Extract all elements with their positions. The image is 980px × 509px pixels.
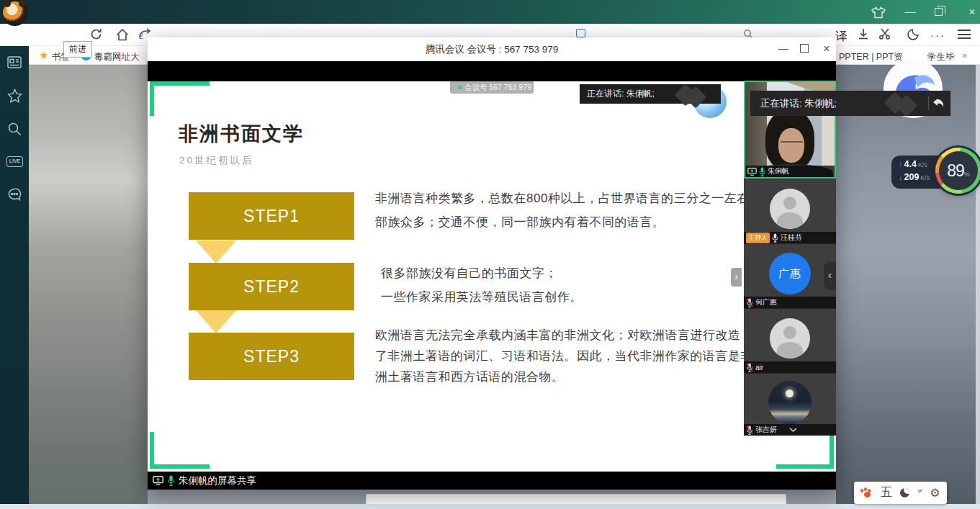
browser-skin-icon[interactable] [871,6,886,21]
browser-logo-leopard-icon[interactable] [1,0,28,26]
night-mode-moon-icon[interactable] [907,27,920,43]
participant-tile-zhang[interactable]: 张吉妍 [744,373,836,436]
ime-mode-label[interactable]: 五 [881,485,892,500]
share-banner-text: 朱俐帆的屏幕共享 [179,474,256,487]
participant-name: 张吉妍 [755,425,777,435]
participant-tile-air[interactable]: air [744,308,836,373]
browser-close-button[interactable]: × [965,6,979,20]
news-feed-icon[interactable] [7,56,22,71]
sogou-paw-icon[interactable] [860,487,873,498]
meeting-title: 腾讯会议 会议号 : 567 753 979 [148,37,836,61]
download-icon[interactable] [857,27,870,43]
ime-moon-icon[interactable] [900,488,909,497]
download-value: 209 [904,172,920,182]
ime-settings-gear-icon[interactable]: ⚙ [930,487,940,499]
upload-value: 4.4 [904,159,917,169]
recording-dot-icon [458,86,462,89]
browser-restore-button[interactable] [935,8,943,16]
addressbar-site-icon [576,29,585,37]
share-frame-bottom-left-h [150,464,210,469]
slide-paragraph3-line1: 欧洲语言无法完全承载内涵丰富的非洲文化；对欧洲语言进行改造，融入 [375,327,778,343]
slide-paragraph3-line3: 洲土著语言和西方话语的混合物。 [375,369,565,385]
search-icon[interactable] [7,122,22,136]
roster-collapse-handle[interactable]: ‹ [824,261,836,290]
mic-muted-icon [746,363,753,372]
main-menu-icon[interactable] [958,30,971,39]
mic-muted-icon [746,425,753,435]
meeting-id-text: 会议号 567 753 979 [464,83,531,93]
participant-tile-host[interactable]: 主持人 汪桂芬 [744,179,836,243]
participant-name: air [755,364,763,371]
reply-arrow-icon[interactable] [932,97,945,109]
meeting-maximize-button[interactable] [800,44,809,53]
avatar-photo-moon [768,381,812,424]
bookmark-overflow-icon[interactable]: » [962,50,967,60]
slide-paragraph1-line1: 非洲语言种类繁多，总数在800种以上，占世界语言的三分之一左右； [375,190,762,207]
chevron-down-icon[interactable] [789,428,797,432]
mic-on-icon [772,233,778,243]
gauge-unit: % [964,171,970,178]
sidebar-expand-handle[interactable]: › [731,268,742,287]
bookmark-duba[interactable]: 毒霸网址大 [94,51,140,63]
history-count-badge: 2 [139,32,143,40]
speaking-toast-large: 正在讲话: 朱俐帆; [750,91,950,116]
meeting-toolbar-strip [148,61,836,81]
avatar-silhouette [770,318,810,359]
bookmark-star-icon[interactable]: ★ [39,49,48,62]
participant-name: 汪桂芬 [781,233,802,243]
upload-unit: K/s [918,161,927,168]
share-frame-bottom-right-h [776,464,834,469]
page-bottom-edge [0,504,980,509]
step2-box: STEP2 [189,263,354,310]
speaking-toast-text: 正在讲话: 朱俐帆; [760,97,837,110]
slide-paragraph2-line1: 很多部族没有自己的书面文字； [381,265,557,281]
messages-chat-icon[interactable] [7,188,22,202]
translate-icon[interactable]: 译 [835,28,848,45]
page-background-right [836,65,976,504]
speaking-toast-text: 正在讲话: 朱俐帆; [587,88,655,100]
shared-screen-area: 会议号 567 753 979 非洲书面文学 20世纪初以后 STEP1 STE… [148,81,836,472]
slide-paragraph2-line2: 一些作家采用英法等殖民语言创作。 [381,289,583,305]
down-arrow-icon [196,240,236,263]
browser-minimize-button[interactable]: — [902,6,919,20]
performance-gauge[interactable]: 89 % [935,148,980,194]
avatar-initials: 广惠 [769,253,811,294]
favorites-star-icon[interactable] [7,89,22,103]
screenshot-scissors-icon[interactable] [878,27,891,43]
meeting-titlebar[interactable]: 腾讯会议 会议号 : 567 753 979 — × [148,37,836,61]
share-frame-bottom-left-v [150,432,154,469]
forward-tooltip: 前进 [63,41,92,58]
home-button[interactable] [115,27,130,45]
slide-paragraph1-line2: 部族众多；交通不便，同一部族内有着不同的语言。 [375,214,665,230]
screen-share-icon [747,168,757,176]
mic-muted-icon [746,298,753,307]
step3-box: STEP3 [189,333,354,380]
participant-label: 何广惠 [744,297,836,308]
upload-arrow-icon: ↑ [899,160,903,168]
ime-punctuation-icon[interactable]: °’ [917,487,922,498]
meeting-close-button[interactable]: × [819,42,835,56]
gauge-value: 89 [947,161,964,181]
tencent-meeting-window: 腾讯会议 会议号 : 567 753 979 — × 会议号 567 753 9… [148,37,836,490]
download-arrow-icon: ↓ [899,173,903,181]
slide-title: 非洲书面文学 [179,121,304,147]
speaking-toast: 正在讲话: 朱俐帆; [580,84,721,104]
participant-label: 主持人 汪桂芬 [744,232,836,243]
slide-subtitle: 20世纪初以后 [179,154,254,167]
toast-divider [928,96,929,110]
page-scrollbar[interactable] [976,65,980,504]
speaker-glasses [781,141,803,146]
participant-tile-guanghui[interactable]: 广惠 何广惠 [744,243,836,308]
page-background-left [29,65,148,504]
avatar-silhouette [770,189,810,229]
ime-toolbar[interactable]: 五 °’ ⚙ [854,482,947,504]
live-icon[interactable]: LIVE [6,156,23,167]
meeting-id-pill: 会议号 567 753 979 [450,81,534,94]
mic-on-icon [759,167,765,176]
speaker-name: 朱俐帆 [768,166,789,176]
meeting-minimize-button[interactable]: — [776,42,791,56]
mic-on-icon [167,475,175,486]
down-arrow-icon [196,310,236,333]
speaker-label: 朱俐帆 [745,166,835,177]
more-menu-icon[interactable]: ··· [930,29,945,41]
